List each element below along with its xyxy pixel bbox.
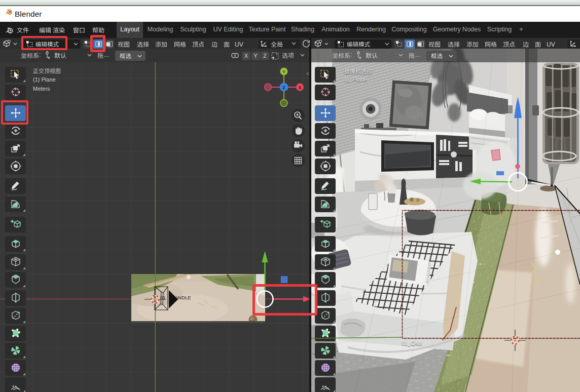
svg-text:X: X (298, 85, 301, 90)
svg-text:Y: Y (282, 69, 285, 74)
svg-text:Z: Z (282, 85, 285, 90)
svg-text:<: < (306, 70, 309, 76)
